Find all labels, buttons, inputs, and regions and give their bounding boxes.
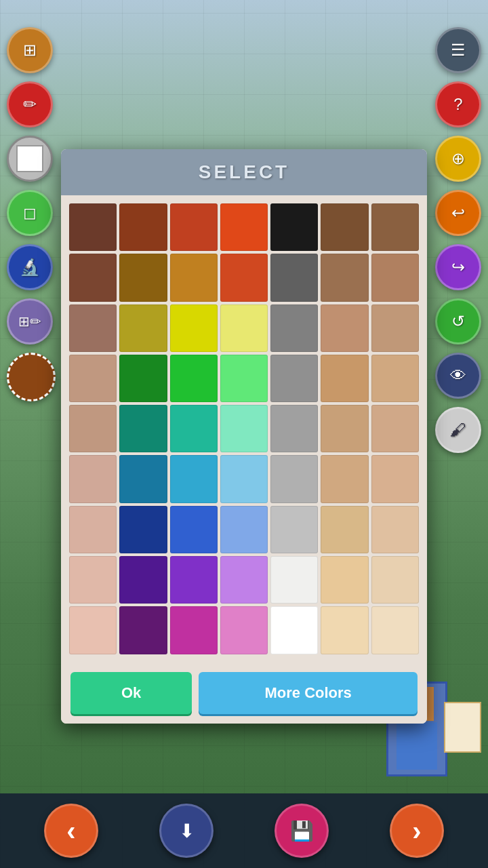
skin-preview [444,702,481,753]
color-cell-8-1[interactable] [119,606,167,654]
color-cell-5-2[interactable] [170,455,218,502]
color-cell-0-5[interactable] [321,203,368,251]
redo-btn[interactable]: ↪ [435,244,481,290]
save-icon: 💾 [290,820,314,842]
color-select-dialog: SELECT Ok More Colors [61,149,427,724]
color-cell-3-1[interactable] [119,355,167,402]
ok-button[interactable]: Ok [70,672,192,714]
color-cell-5-4[interactable] [270,455,318,502]
color-cell-2-6[interactable] [371,304,419,352]
color-cell-8-4[interactable] [270,606,318,654]
color-cell-7-3[interactable] [220,556,268,604]
color-swatch[interactable] [7,136,53,182]
more-colors-button[interactable]: More Colors [199,672,418,714]
eye-icon: 👁 [450,366,466,385]
color-cell-1-5[interactable] [321,254,368,301]
color-cell-7-0[interactable] [69,556,117,604]
color-cell-4-3[interactable] [220,405,268,452]
color-cell-2-4[interactable] [270,304,318,352]
color-cell-1-1[interactable] [119,254,167,301]
color-cell-1-2[interactable] [170,254,218,301]
menu-icon: ☰ [451,41,466,60]
color-cell-5-6[interactable] [371,455,419,502]
save-btn[interactable]: 💾 [274,804,329,858]
eyedropper-icon: 🔬 [20,258,40,277]
color-cell-0-2[interactable] [170,203,218,251]
color-cell-1-0[interactable] [69,254,117,301]
left-toolbar: ⊞ ✏ ◻ 🔬 ⊞✏ [0,20,62,408]
color-cell-3-6[interactable] [371,355,419,402]
download-btn[interactable]: ⬇ [159,804,214,858]
color-cell-8-5[interactable] [321,606,368,654]
reset-btn[interactable]: ↺ [435,298,481,344]
color-cell-0-1[interactable] [119,203,167,251]
color-cell-4-1[interactable] [119,405,167,452]
eye-btn[interactable]: 👁 [435,353,481,399]
color-cell-2-3[interactable] [220,304,268,352]
color-cell-5-5[interactable] [321,455,368,502]
color-cell-0-0[interactable] [69,203,117,251]
color-cell-3-0[interactable] [69,355,117,402]
fill-btn[interactable]: 🖌 [435,407,481,453]
color-cell-3-4[interactable] [270,355,318,402]
grid-tool[interactable]: ⊞✏ [7,298,53,344]
back-btn[interactable]: ‹ [44,804,98,858]
color-cell-1-3[interactable] [220,254,268,301]
color-cell-1-6[interactable] [371,254,419,301]
undo-icon: ↩ [451,203,465,222]
color-cell-6-4[interactable] [270,506,318,553]
color-cell-4-4[interactable] [270,405,318,452]
dialog-header: SELECT [61,149,427,195]
color-cell-6-6[interactable] [371,506,419,553]
color-cell-7-5[interactable] [321,556,368,604]
color-cell-4-2[interactable] [170,405,218,452]
color-cell-6-2[interactable] [170,506,218,553]
color-cell-7-1[interactable] [119,556,167,604]
color-cell-2-2[interactable] [170,304,218,352]
swatch-icon [16,145,43,172]
color-cell-4-5[interactable] [321,405,368,452]
help-icon: ? [453,95,462,114]
redo-icon: ↪ [451,258,465,277]
color-cell-5-3[interactable] [220,455,268,502]
help-btn[interactable]: ? [435,81,481,127]
add-btn[interactable]: ⊕ [435,136,481,182]
color-cell-2-5[interactable] [321,304,368,352]
color-cell-0-4[interactable] [270,203,318,251]
color-cell-0-3[interactable] [220,203,268,251]
color-cell-6-1[interactable] [119,506,167,553]
color-cell-7-4[interactable] [270,556,318,604]
cube-tool[interactable]: ⊞ [7,27,53,73]
menu-btn[interactable]: ☰ [435,27,481,73]
color-cell-2-0[interactable] [69,304,117,352]
color-cell-8-3[interactable] [220,606,268,654]
color-cell-5-0[interactable] [69,455,117,502]
color-cell-1-4[interactable] [270,254,318,301]
forward-btn[interactable]: › [390,804,444,858]
color-cell-3-5[interactable] [321,355,368,402]
color-cell-8-2[interactable] [170,606,218,654]
color-cell-6-0[interactable] [69,506,117,553]
color-cell-3-3[interactable] [220,355,268,402]
eraser-tool[interactable]: ◻ [7,190,53,236]
color-cell-4-6[interactable] [371,405,419,452]
color-cell-7-2[interactable] [170,556,218,604]
eyedropper-tool[interactable]: 🔬 [7,244,53,290]
color-cell-6-5[interactable] [321,506,368,553]
color-cell-4-0[interactable] [69,405,117,452]
color-cell-5-1[interactable] [119,455,167,502]
undo-btn[interactable]: ↩ [435,190,481,236]
fill-icon: 🖌 [450,420,466,439]
cube-icon: ⊞ [23,41,37,60]
color-grid [61,195,427,663]
color-cell-8-6[interactable] [371,606,419,654]
color-cell-3-2[interactable] [170,355,218,402]
color-cell-0-6[interactable] [371,203,419,251]
color-cell-6-3[interactable] [220,506,268,553]
color-cell-8-0[interactable] [69,606,117,654]
current-color[interactable] [7,353,56,401]
bottom-toolbar: ‹ ⬇ 💾 › [0,793,488,868]
color-cell-7-6[interactable] [371,556,419,604]
color-cell-2-1[interactable] [119,304,167,352]
paint-tool[interactable]: ✏ [7,81,53,127]
